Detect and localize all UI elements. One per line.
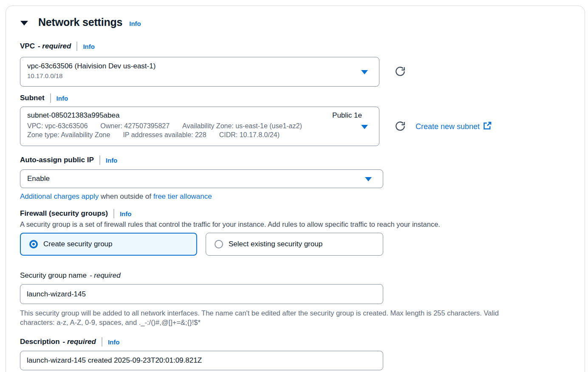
free-tier-link[interactable]: free tier allowance bbox=[153, 192, 212, 200]
charges-note: Additional charges apply when outside of… bbox=[20, 192, 212, 201]
vpc-required-flag: - required bbox=[38, 42, 71, 51]
create-security-group-option[interactable]: Create security group bbox=[20, 233, 197, 256]
chevron-down-icon bbox=[365, 177, 372, 181]
firewall-info-link[interactable]: Info bbox=[120, 210, 132, 217]
firewall-description: A security group is a set of firewall ru… bbox=[20, 220, 572, 228]
vpc-refresh-button[interactable] bbox=[395, 66, 406, 78]
subnet-info-link[interactable]: Info bbox=[57, 95, 68, 102]
label-divider bbox=[50, 93, 51, 103]
subnet-badge: Public 1e bbox=[332, 111, 362, 120]
description-input[interactable] bbox=[20, 351, 383, 370]
auto-assign-info-link[interactable]: Info bbox=[106, 157, 118, 164]
subnet-meta-az: Availability Zone: us-east-1e (use1-az2) bbox=[182, 122, 302, 130]
vpc-label: VPC bbox=[20, 42, 35, 51]
create-new-subnet-label: Create new subnet bbox=[416, 122, 480, 131]
subnet-refresh-button[interactable] bbox=[395, 121, 406, 133]
external-link-icon bbox=[483, 121, 492, 132]
subnet-meta-row-1: VPC: vpc-63c63506 Owner: 427507395827 Av… bbox=[27, 122, 379, 130]
chevron-down-icon bbox=[361, 70, 368, 74]
select-existing-security-group-label: Select existing security group bbox=[229, 240, 322, 248]
label-divider bbox=[99, 155, 100, 165]
label-divider bbox=[113, 209, 114, 218]
vpc-select-value: vpc-63c63506 (Haivision Dev us-east-1) bbox=[27, 62, 353, 70]
refresh-icon bbox=[395, 72, 406, 78]
vpc-select[interactable]: vpc-63c63506 (Haivision Dev us-east-1) 1… bbox=[20, 57, 379, 87]
collapse-caret-icon[interactable] bbox=[20, 21, 28, 25]
chevron-down-icon bbox=[361, 125, 368, 129]
charges-note-middle: when outside of bbox=[99, 192, 153, 200]
subnet-select[interactable]: subnet-085021383a995abea Public 1e VPC: … bbox=[20, 107, 379, 146]
firewall-label: Firewall (security groups) bbox=[20, 209, 108, 218]
subnet-meta-vpc: VPC: vpc-63c63506 bbox=[27, 122, 88, 130]
label-divider bbox=[76, 42, 77, 51]
subnet-meta-cidr: CIDR: 10.17.8.0/24) bbox=[219, 131, 280, 139]
subnet-label-row: Subnet Info bbox=[20, 93, 68, 103]
auto-assign-value: Enable bbox=[27, 175, 50, 183]
subnet-meta-zone-type: Zone type: Availability Zone bbox=[27, 131, 110, 139]
description-info-link[interactable]: Info bbox=[108, 338, 120, 346]
radio-unselected-icon[interactable] bbox=[215, 240, 223, 248]
subnet-meta-ip-available: IP addresses available: 228 bbox=[123, 131, 206, 139]
refresh-icon bbox=[395, 127, 406, 133]
vpc-select-cidr: 10.17.0.0/18 bbox=[27, 72, 353, 79]
description-label-row: Description - required Info bbox=[20, 337, 119, 347]
auto-assign-label-row: Auto-assign public IP Info bbox=[20, 155, 117, 165]
create-new-subnet-link[interactable]: Create new subnet bbox=[416, 121, 492, 132]
auto-assign-select[interactable]: Enable bbox=[20, 169, 383, 188]
sg-name-input[interactable] bbox=[20, 284, 383, 304]
description-label: Description bbox=[20, 338, 60, 346]
sg-name-hint-line2: characters: a-z, A-Z, 0-9, spaces, and .… bbox=[20, 318, 572, 327]
sg-name-label: Security group name bbox=[20, 271, 87, 280]
section-header: Network settings Info bbox=[20, 16, 141, 28]
subnet-select-value: subnet-085021383a995abea bbox=[27, 111, 119, 120]
section-info-link[interactable]: Info bbox=[129, 20, 141, 27]
select-existing-security-group-option[interactable]: Select existing security group bbox=[206, 233, 383, 256]
subnet-label: Subnet bbox=[20, 94, 45, 102]
create-security-group-label: Create security group bbox=[43, 240, 113, 248]
sg-name-label-row: Security group name - required bbox=[20, 271, 121, 280]
sg-name-hint: This security group will be added to all… bbox=[20, 308, 572, 327]
label-divider bbox=[102, 337, 102, 347]
network-settings-panel: Network settings Info VPC - required Inf… bbox=[6, 6, 585, 372]
description-required-flag: - required bbox=[63, 338, 96, 346]
auto-assign-label: Auto-assign public IP bbox=[20, 156, 94, 164]
vpc-label-row: VPC - required Info bbox=[20, 42, 95, 51]
section-title: Network settings bbox=[38, 16, 122, 28]
additional-charges-link[interactable]: Additional charges apply bbox=[20, 192, 99, 200]
sg-name-hint-line1: This security group will be added to all… bbox=[20, 308, 572, 318]
subnet-meta-owner: Owner: 427507395827 bbox=[100, 122, 170, 130]
radio-selected-icon[interactable] bbox=[29, 240, 38, 248]
firewall-label-row: Firewall (security groups) Info bbox=[20, 209, 131, 218]
sg-name-required-flag: - required bbox=[90, 271, 121, 280]
vpc-info-link[interactable]: Info bbox=[83, 43, 95, 50]
subnet-meta-row-2: Zone type: Availability Zone IP addresse… bbox=[27, 131, 379, 139]
